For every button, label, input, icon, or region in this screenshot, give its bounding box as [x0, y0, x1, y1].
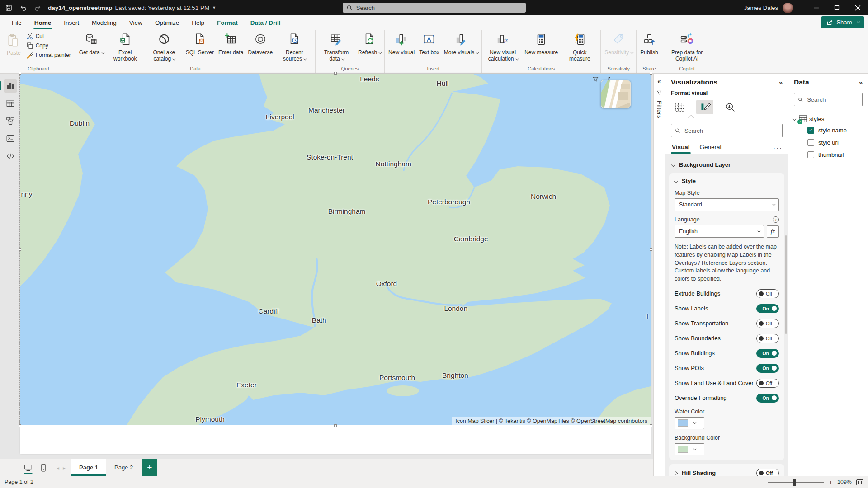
show-transportation-toggle[interactable]: Off — [756, 319, 779, 328]
model-view-icon[interactable] — [4, 114, 17, 128]
field-checkbox[interactable] — [807, 139, 814, 146]
hill-shading-card[interactable]: Hill Shading Off — [669, 464, 784, 476]
ribbon-tab-insert[interactable]: Insert — [57, 15, 85, 30]
new-page-button[interactable]: + — [142, 459, 157, 476]
global-search[interactable] — [343, 3, 526, 13]
field-checkbox[interactable]: ✓ — [807, 127, 814, 134]
override-formatting-toggle[interactable]: On — [756, 394, 779, 403]
fx-conditional-format-button[interactable]: fx — [767, 225, 779, 238]
resize-handle[interactable] — [334, 424, 337, 427]
resize-handle[interactable] — [19, 424, 21, 427]
mobile-view-icon[interactable] — [36, 460, 51, 475]
ribbon-button-new-visual[interactable]: New visual — [386, 30, 417, 56]
tmdl-view-icon[interactable] — [4, 150, 17, 163]
show-buildings-toggle[interactable]: On — [756, 349, 779, 358]
map-visual[interactable]: LeedsHullManchesterLiverpoolDublinStoke-… — [20, 74, 651, 425]
ribbon-button-dataverse[interactable]: Dataverse — [245, 30, 275, 56]
ribbon-button-text-box[interactable]: Text box — [417, 30, 442, 56]
show-land-use-land-cover-toggle[interactable]: Off — [756, 379, 779, 388]
field-style-name[interactable]: ✓style name — [792, 124, 864, 136]
table-view-icon[interactable] — [4, 97, 17, 110]
desktop-view-icon[interactable] — [20, 460, 36, 475]
filters-pane-label[interactable]: Filters — [656, 101, 663, 118]
format-visual-icon[interactable] — [696, 100, 713, 114]
dax-query-view-icon[interactable] — [4, 132, 17, 145]
resize-handle[interactable] — [650, 72, 652, 75]
hill-shading-toggle[interactable]: Off — [756, 469, 779, 476]
save-icon[interactable] — [5, 4, 13, 12]
format-tab-visual[interactable]: Visual — [671, 141, 691, 154]
show-boundaries-toggle[interactable]: Off — [756, 334, 779, 343]
background-color-picker[interactable] — [675, 443, 704, 455]
info-icon[interactable]: i — [773, 216, 779, 223]
fit-to-page-icon[interactable] — [856, 479, 863, 485]
show-labels-toggle[interactable]: On — [756, 304, 779, 313]
maximize-button[interactable] — [826, 0, 847, 15]
copy-button[interactable]: Copy — [25, 41, 74, 50]
undo-icon[interactable] — [19, 4, 27, 12]
document-title[interactable]: day14_openstreetmap Last saved: Yesterda… — [48, 5, 216, 11]
field-checkbox[interactable] — [807, 151, 814, 158]
ribbon-button-prep-data-for-copilot-ai[interactable]: Prep data for Copilot AI — [664, 30, 711, 63]
resize-handle[interactable] — [650, 248, 652, 251]
more-options-icon[interactable]: ··· — [773, 144, 783, 151]
ribbon-button-publish[interactable]: Publish — [638, 30, 660, 56]
ribbon-button-get-data[interactable]: Get data — [77, 30, 106, 56]
prev-page-icon[interactable]: ◂ — [57, 465, 59, 471]
format-tab-general[interactable]: General — [699, 141, 722, 154]
ribbon-button-refresh[interactable]: Refresh — [356, 30, 383, 56]
ribbon-tab-file[interactable]: File — [5, 15, 28, 30]
zoom-slider[interactable] — [768, 482, 824, 483]
data-search[interactable] — [794, 93, 863, 106]
search-input[interactable] — [355, 4, 522, 12]
page-tab-page-2[interactable]: Page 2 — [106, 459, 141, 476]
format-search-input[interactable] — [684, 127, 778, 135]
field-thumbnail[interactable]: thumbnail — [792, 149, 864, 161]
field-style-url[interactable]: style url — [792, 136, 864, 149]
collapse-pane-icon[interactable]: » — [859, 79, 863, 86]
redo-icon[interactable] — [33, 4, 42, 12]
ribbon-button-sql-server[interactable]: SQL Server — [184, 30, 216, 56]
minimize-button[interactable] — [806, 0, 826, 15]
zoom-in-button[interactable]: + — [829, 479, 833, 486]
format-painter-button[interactable]: Format painter — [25, 51, 74, 60]
collapse-pane-icon[interactable]: » — [779, 79, 783, 86]
page-tab-page-1[interactable]: Page 1 — [71, 459, 106, 476]
report-view-icon[interactable] — [4, 79, 17, 93]
map-style-thumbnail[interactable] — [601, 80, 631, 108]
analytics-icon[interactable] — [722, 100, 739, 114]
cut-button[interactable]: Cut — [25, 32, 74, 41]
ribbon-button-transform-data[interactable]: Transform data — [317, 30, 356, 63]
extrude-buildings-toggle[interactable]: Off — [756, 289, 779, 298]
ribbon-button-enter-data[interactable]: Enter data — [216, 30, 245, 56]
ribbon-tab-view[interactable]: View — [123, 15, 149, 30]
report-page[interactable]: LeedsHullManchesterLiverpoolDublinStoke-… — [20, 74, 651, 454]
map-style-dropdown[interactable]: Standard — [675, 198, 779, 211]
close-button[interactable] — [847, 0, 868, 15]
ribbon-button-new-visual-calculation[interactable]: fxNew visual calculation — [483, 30, 522, 63]
expand-filters-icon[interactable]: « — [657, 77, 661, 85]
ribbon-button-onelake-catalog[interactable]: OneLake catalog — [145, 30, 184, 63]
ribbon-button-new-measure[interactable]: New measure — [522, 30, 560, 56]
ribbon-tab-data-drill[interactable]: Data / Drill — [244, 15, 287, 30]
user-name[interactable]: James Dales — [744, 5, 778, 11]
avatar[interactable] — [783, 3, 793, 13]
ribbon-tab-format[interactable]: Format — [211, 15, 244, 30]
resize-handle[interactable] — [334, 72, 337, 75]
zoom-out-button[interactable]: - — [761, 479, 763, 486]
build-visual-icon[interactable] — [671, 100, 688, 114]
style-section[interactable]: Style — [675, 178, 779, 184]
ribbon-tab-home[interactable]: Home — [28, 15, 58, 30]
format-search[interactable] — [671, 124, 783, 137]
language-dropdown[interactable]: English — [675, 225, 764, 238]
ribbon-button-more-visuals[interactable]: More visuals — [442, 30, 480, 56]
data-search-input[interactable] — [806, 96, 859, 103]
ribbon-button-recent-sources[interactable]: Recent sources — [275, 30, 314, 63]
resize-handle[interactable] — [650, 424, 652, 427]
next-page-icon[interactable]: ▸ — [63, 465, 66, 471]
resize-handle[interactable] — [19, 72, 21, 75]
paste-button[interactable]: Paste — [3, 32, 24, 57]
table-styles[interactable]: ✓ styles — [792, 113, 864, 124]
resize-handle[interactable] — [19, 248, 21, 251]
report-canvas[interactable]: LeedsHullManchesterLiverpoolDublinStoke-… — [20, 74, 653, 459]
